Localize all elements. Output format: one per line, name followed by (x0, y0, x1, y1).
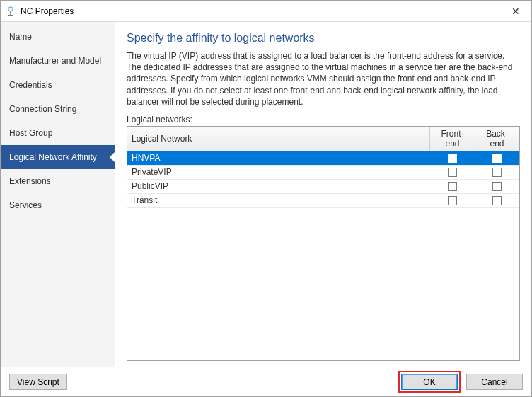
cell-logical-network: PrivateVIP (127, 165, 430, 179)
cell-logical-network: Transit (127, 193, 430, 207)
content-pane: Specify the affinity to logical networks… (115, 22, 531, 367)
cell-back (475, 179, 519, 193)
close-icon: ✕ (511, 6, 520, 17)
back-checkbox[interactable] (492, 182, 502, 191)
svg-rect-1 (10, 11, 11, 15)
sidebar: NameManufacturer and ModelCredentialsCon… (1, 22, 115, 367)
cell-front (430, 193, 475, 207)
cell-front (430, 165, 475, 179)
svg-rect-2 (8, 15, 13, 16)
sidebar-item-label: Host Group (9, 128, 52, 138)
cell-logical-network: PublicVIP (127, 179, 430, 193)
page-description: The virtual IP (VIP) address that is ass… (127, 50, 520, 108)
ok-button[interactable]: OK (401, 374, 458, 390)
front-checkbox[interactable] (448, 182, 457, 191)
footer: View Script OK Cancel (1, 367, 531, 396)
list-label: Logical networks: (127, 115, 520, 125)
sidebar-item-credentials[interactable]: Credentials (1, 73, 115, 97)
col-logical-network[interactable]: Logical Network (127, 127, 430, 151)
col-front-end[interactable]: Front-end (430, 127, 475, 151)
front-checkbox[interactable] (448, 196, 457, 205)
cell-back (475, 193, 519, 207)
close-button[interactable]: ✕ (499, 1, 531, 21)
cell-back (475, 151, 519, 165)
front-checkbox[interactable] (448, 154, 457, 163)
page-heading: Specify the affinity to logical networks (127, 32, 520, 45)
front-checkbox[interactable] (448, 168, 457, 177)
sidebar-item-label: Logical Network Affinity (9, 152, 97, 162)
col-back-end[interactable]: Back-end (475, 127, 519, 151)
sidebar-item-label: Credentials (9, 80, 52, 90)
titlebar: NC Properties ✕ (1, 1, 531, 22)
sidebar-item-name[interactable]: Name (1, 25, 115, 49)
ok-highlight: OK (398, 371, 461, 393)
cancel-button[interactable]: Cancel (466, 374, 523, 390)
cell-front (430, 151, 475, 165)
view-script-button[interactable]: View Script (9, 374, 67, 390)
sidebar-item-logical-network-affinity[interactable]: Logical Network Affinity (1, 145, 115, 169)
sidebar-item-label: Extensions (9, 176, 51, 186)
sidebar-item-manufacturer-and-model[interactable]: Manufacturer and Model (1, 49, 115, 73)
sidebar-item-extensions[interactable]: Extensions (1, 169, 115, 193)
cell-front (430, 179, 475, 193)
table-row[interactable]: PublicVIP (127, 179, 519, 193)
svg-point-0 (8, 6, 13, 11)
logical-networks-grid: Logical Network Front-end Back-end HNVPA… (127, 126, 520, 361)
sidebar-item-label: Manufacturer and Model (9, 56, 101, 66)
table-row[interactable]: Transit (127, 193, 519, 207)
main-area: NameManufacturer and ModelCredentialsCon… (1, 22, 531, 367)
sidebar-item-label: Connection String (9, 104, 76, 114)
back-checkbox[interactable] (492, 168, 502, 177)
table-row[interactable]: PrivateVIP (127, 165, 519, 179)
app-icon (5, 6, 16, 17)
cell-logical-network: HNVPA (127, 151, 430, 165)
sidebar-item-label: Services (9, 200, 42, 210)
sidebar-item-label: Name (9, 32, 32, 42)
back-checkbox[interactable] (492, 154, 502, 163)
sidebar-item-services[interactable]: Services (1, 193, 115, 217)
window-title: NC Properties (21, 6, 499, 16)
sidebar-item-host-group[interactable]: Host Group (1, 121, 115, 145)
cell-back (475, 165, 519, 179)
sidebar-item-connection-string[interactable]: Connection String (1, 97, 115, 121)
back-checkbox[interactable] (492, 196, 502, 205)
table-row[interactable]: HNVPA (127, 151, 519, 165)
